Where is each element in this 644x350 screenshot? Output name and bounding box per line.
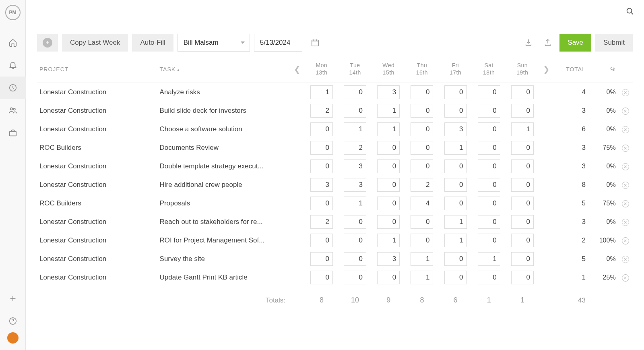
hours-input[interactable] xyxy=(411,215,433,229)
hours-input[interactable] xyxy=(444,122,467,136)
hours-input[interactable] xyxy=(310,252,333,266)
hours-input[interactable] xyxy=(511,271,534,284)
hours-input[interactable] xyxy=(344,271,366,284)
hours-input[interactable] xyxy=(377,159,400,173)
hours-input[interactable] xyxy=(511,122,534,136)
delete-row-button[interactable]: ✕ xyxy=(618,268,633,287)
hours-input[interactable] xyxy=(511,234,534,247)
hours-input[interactable] xyxy=(344,234,366,247)
hours-input[interactable] xyxy=(344,252,366,266)
hours-input[interactable] xyxy=(444,104,467,118)
hours-input[interactable] xyxy=(478,215,500,229)
hours-input[interactable] xyxy=(377,215,400,229)
hours-input[interactable] xyxy=(310,271,333,284)
prev-week-button[interactable]: ❮ xyxy=(290,59,305,83)
hours-input[interactable] xyxy=(511,104,534,118)
hours-input[interactable] xyxy=(478,252,500,266)
hours-input[interactable] xyxy=(444,215,467,229)
hours-input[interactable] xyxy=(511,141,534,155)
auto-fill-button[interactable]: Auto-Fill xyxy=(132,34,173,52)
hours-input[interactable] xyxy=(310,159,333,173)
export-button[interactable] xyxy=(540,34,555,52)
copy-last-week-button[interactable]: Copy Last Week xyxy=(62,34,128,52)
hours-input[interactable] xyxy=(377,122,400,136)
hours-input[interactable] xyxy=(478,122,500,136)
delete-row-button[interactable]: ✕ xyxy=(618,176,633,194)
hours-input[interactable] xyxy=(511,197,534,210)
hours-input[interactable] xyxy=(511,159,534,173)
hours-input[interactable] xyxy=(310,197,333,210)
hours-input[interactable] xyxy=(411,252,433,266)
hours-input[interactable] xyxy=(377,85,400,99)
hours-input[interactable] xyxy=(344,122,366,136)
hours-input[interactable] xyxy=(310,122,333,136)
hours-input[interactable] xyxy=(344,104,366,118)
hours-input[interactable] xyxy=(411,197,433,210)
hours-input[interactable] xyxy=(444,178,467,192)
hours-input[interactable] xyxy=(411,122,433,136)
hours-input[interactable] xyxy=(344,159,366,173)
hours-input[interactable] xyxy=(377,197,400,210)
delete-row-button[interactable]: ✕ xyxy=(618,83,633,102)
hours-input[interactable] xyxy=(377,178,400,192)
hours-input[interactable] xyxy=(310,85,333,99)
hours-input[interactable] xyxy=(478,141,500,155)
col-project[interactable]: PROJECT xyxy=(37,59,157,83)
user-select[interactable]: Bill Malsam xyxy=(178,34,250,52)
hours-input[interactable] xyxy=(511,215,534,229)
hours-input[interactable] xyxy=(344,141,366,155)
hours-input[interactable] xyxy=(478,178,500,192)
import-button[interactable] xyxy=(521,34,536,52)
delete-row-button[interactable]: ✕ xyxy=(618,231,633,250)
hours-input[interactable] xyxy=(411,178,433,192)
hours-input[interactable] xyxy=(411,159,433,173)
hours-input[interactable] xyxy=(444,252,467,266)
hours-input[interactable] xyxy=(511,252,534,266)
hours-input[interactable] xyxy=(411,85,433,99)
delete-row-button[interactable]: ✕ xyxy=(618,213,633,231)
app-logo[interactable]: PM xyxy=(5,5,21,20)
hours-input[interactable] xyxy=(444,141,467,155)
add-row-button[interactable] xyxy=(37,34,58,52)
hours-input[interactable] xyxy=(310,178,333,192)
hours-input[interactable] xyxy=(377,104,400,118)
delete-row-button[interactable]: ✕ xyxy=(618,101,633,120)
hours-input[interactable] xyxy=(444,197,467,210)
col-task[interactable]: TASK▲ xyxy=(157,59,291,83)
user-avatar[interactable] xyxy=(7,332,19,344)
hours-input[interactable] xyxy=(411,141,433,155)
hours-input[interactable] xyxy=(310,234,333,247)
hours-input[interactable] xyxy=(511,85,534,99)
hours-input[interactable] xyxy=(444,159,467,173)
hours-input[interactable] xyxy=(310,141,333,155)
calendar-button[interactable] xyxy=(306,34,324,52)
hours-input[interactable] xyxy=(344,178,366,192)
nav-help[interactable] xyxy=(0,310,26,332)
save-button[interactable]: Save xyxy=(559,34,591,52)
hours-input[interactable] xyxy=(377,252,400,266)
hours-input[interactable] xyxy=(444,234,467,247)
hours-input[interactable] xyxy=(411,104,433,118)
delete-row-button[interactable]: ✕ xyxy=(618,139,633,157)
hours-input[interactable] xyxy=(344,197,366,210)
nav-add[interactable] xyxy=(0,287,26,310)
delete-row-button[interactable]: ✕ xyxy=(618,120,633,139)
search-button[interactable] xyxy=(625,7,634,17)
hours-input[interactable] xyxy=(511,178,534,192)
hours-input[interactable] xyxy=(310,215,333,229)
hours-input[interactable] xyxy=(344,215,366,229)
hours-input[interactable] xyxy=(411,234,433,247)
hours-input[interactable] xyxy=(310,104,333,118)
nav-timesheet[interactable] xyxy=(0,77,26,99)
hours-input[interactable] xyxy=(377,234,400,247)
hours-input[interactable] xyxy=(478,271,500,284)
nav-team[interactable] xyxy=(0,99,26,122)
hours-input[interactable] xyxy=(444,271,467,284)
hours-input[interactable] xyxy=(478,159,500,173)
hours-input[interactable] xyxy=(411,271,433,284)
next-week-button[interactable]: ❯ xyxy=(539,59,553,83)
delete-row-button[interactable]: ✕ xyxy=(618,250,633,268)
nav-projects[interactable] xyxy=(0,122,26,144)
hours-input[interactable] xyxy=(478,234,500,247)
hours-input[interactable] xyxy=(478,197,500,210)
